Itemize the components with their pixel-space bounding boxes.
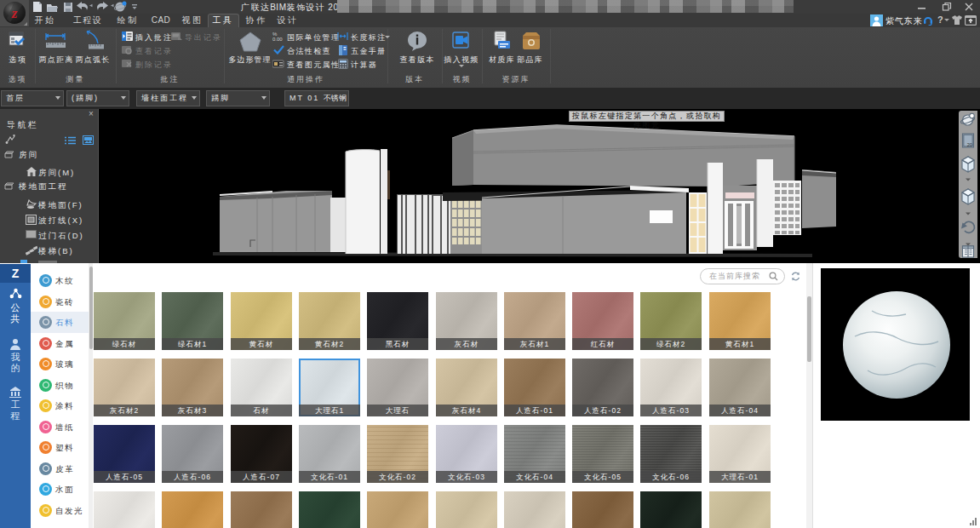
svg-text:z: z — [11, 5, 18, 21]
svg-text:0.00: 0.00 — [272, 37, 283, 41]
svg-text:20: 20 — [967, 142, 972, 147]
